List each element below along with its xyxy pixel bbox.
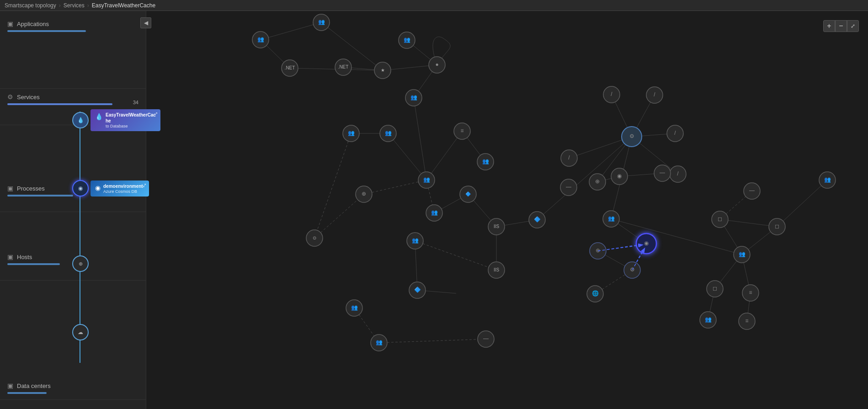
svg-line-8 — [414, 98, 426, 180]
topo-node-n37[interactable]: 🌐 — [587, 286, 603, 302]
zoom-in-button[interactable]: + — [823, 20, 835, 32]
svg-text:IIS: IIS — [494, 267, 500, 272]
topo-node-n39[interactable]: ◻ — [707, 281, 723, 297]
topo-node-n46[interactable]: ≡ — [739, 313, 755, 329]
cosmos-circle[interactable]: ◉ — [72, 180, 89, 197]
topo-node-n24[interactable]: 👥 — [346, 300, 362, 316]
cosmos-card[interactable]: ◉ demoenvironment- Azure Cosmos DB ↗ — [91, 181, 149, 197]
breadcrumb-sep-2: › — [87, 2, 89, 9]
topo-node-n13[interactable]: ⊕ — [356, 186, 372, 202]
applications-title: Applications — [17, 21, 49, 27]
svg-text:🌐: 🌐 — [592, 290, 599, 297]
weather-cache-card[interactable]: 💧 EasyTravelWeatherCache to Database ↗ — [91, 109, 160, 131]
zoom-out-button[interactable]: − — [835, 20, 847, 32]
applications-icon: ▣ — [7, 20, 13, 27]
svg-text:—: — — [566, 184, 571, 190]
hosts-bar — [7, 263, 60, 265]
topo-node-n40[interactable]: ≡ — [742, 285, 759, 301]
svg-text:◉: ◉ — [644, 240, 649, 246]
svg-text:👥: 👥 — [318, 18, 325, 25]
weather-cache-circle[interactable]: 💧 — [72, 112, 89, 128]
breadcrumb-services[interactable]: Services — [64, 2, 85, 9]
cosmos-subtitle: Azure Cosmos DB — [103, 189, 144, 194]
topo-node-n5[interactable]: .NET — [335, 59, 351, 75]
svg-text:—: — — [483, 335, 489, 342]
topo-node-n18[interactable]: 👥 — [407, 233, 423, 249]
svg-text:👥: 👥 — [824, 176, 831, 183]
svg-text:👥: 👥 — [410, 94, 417, 101]
sidebar-section-applications: ▣ Applications — [0, 11, 146, 89]
topo-node-n17[interactable]: 🔷 — [460, 186, 476, 202]
topo-node-n11[interactable]: 👥 — [380, 125, 396, 142]
topo-node-n1[interactable]: 👥 — [252, 32, 269, 48]
node3-circle[interactable]: ⊕ — [72, 255, 89, 272]
svg-text:👥: 👥 — [348, 129, 355, 136]
topo-node-n28[interactable]: / — [603, 86, 620, 103]
processes-icon: ▣ — [7, 185, 13, 192]
topo-node-n19[interactable]: IIS — [488, 218, 505, 235]
topo-node-n34[interactable]: — — [560, 179, 577, 196]
topo-node-n10[interactable]: 👥 — [418, 172, 435, 188]
topo-node-n6[interactable]: ★ — [374, 62, 391, 79]
topo-node-n42[interactable]: ◻ — [712, 211, 728, 228]
topo-node-n31[interactable]: / — [670, 166, 686, 182]
breadcrumb-current: EasyTravelWeatherCache — [92, 2, 155, 9]
cosmos-title: demoenvironment- — [103, 183, 144, 189]
zoom-fit-button[interactable]: ⤢ — [847, 20, 859, 32]
processes-title: Processes — [17, 185, 45, 192]
topo-node-n3[interactable]: 👥 — [399, 32, 415, 48]
topo-node-n25[interactable]: 👥 — [371, 335, 387, 351]
topo-node-n45[interactable]: 👥 — [700, 312, 716, 328]
svg-text:IIS: IIS — [494, 224, 500, 229]
topo-node-n30[interactable]: / — [667, 125, 683, 142]
topo-node-n2[interactable]: 👥 — [313, 14, 330, 31]
breadcrumb-smartscape[interactable]: Smartscape topology — [5, 2, 56, 9]
topo-node-hub2[interactable]: ⊕ — [589, 174, 606, 190]
service-node-cosmos[interactable]: ◉ ◉ demoenvironment- Azure Cosmos DB ↗ — [72, 180, 147, 197]
weather-cache-title: EasyTravelWeatherCache — [106, 112, 156, 124]
svg-text:👥: 👥 — [739, 250, 746, 257]
topo-node-n14[interactable]: 👥 — [477, 154, 494, 170]
topo-node-hub1[interactable]: ⚙ — [622, 127, 642, 147]
topo-node-n4[interactable]: .NET — [282, 60, 298, 76]
topo-node-n9[interactable]: ≡ — [454, 123, 470, 139]
services-title: Services — [17, 94, 40, 101]
topo-node-n16[interactable]: 👥 — [426, 205, 442, 221]
node4-circle[interactable]: ☁ — [72, 324, 89, 340]
topo-node-n33[interactable]: 👥 — [603, 211, 619, 227]
service-node-4[interactable]: ☁ — [72, 324, 89, 340]
topo-node-n32[interactable]: — — [654, 165, 671, 181]
svg-text:⊕: ⊕ — [595, 178, 600, 185]
topo-node-n43[interactable]: — — [744, 183, 760, 199]
topo-node-selected[interactable]: ◉ — [636, 234, 656, 254]
topo-node-hub3[interactable]: ◉ — [611, 168, 628, 185]
topo-node-n26[interactable]: — — [478, 331, 494, 347]
topo-node-n20[interactable]: 🔷 — [529, 212, 545, 228]
svg-text:≡: ≡ — [460, 127, 463, 134]
topo-node-n27[interactable]: / — [561, 150, 577, 166]
svg-text:👥: 👥 — [404, 36, 410, 43]
sidebar-collapse-button[interactable]: ◀ — [140, 17, 151, 28]
svg-text:—: — — [660, 170, 665, 176]
topo-node-n15[interactable]: ⊙ — [306, 230, 323, 246]
topo-node-n21[interactable]: IIS — [488, 262, 505, 278]
svg-line-21 — [415, 241, 496, 270]
topo-node-n41[interactable]: ◻ — [769, 218, 785, 235]
svg-text:.NET: .NET — [285, 65, 295, 70]
topo-node-n8[interactable]: 👥 — [405, 90, 422, 106]
svg-line-11 — [388, 133, 426, 180]
topo-node-n44[interactable]: 👥 — [819, 172, 836, 188]
topo-node-n29[interactable]: / — [646, 87, 663, 103]
svg-line-25 — [379, 339, 486, 343]
topo-node-n38[interactable]: 👥 — [734, 246, 750, 263]
svg-text:🔷: 🔷 — [465, 191, 471, 197]
service-node-weather-cache[interactable]: 💧 💧 EasyTravelWeatherCache to Database ↗ — [72, 109, 159, 131]
topo-node-n12[interactable]: 👥 — [343, 125, 359, 142]
topology-svg: .topo-node { cursor: pointer; } .topo-ci… — [146, 11, 868, 409]
svg-text:≡: ≡ — [745, 318, 748, 324]
topo-node-n22[interactable]: 🔷 — [409, 282, 426, 298]
service-node-3[interactable]: ⊕ — [72, 255, 89, 272]
topo-node-n7[interactable]: ● — [429, 57, 445, 73]
weather-cache-subtitle: to Database — [106, 124, 156, 128]
zoom-controls: + − ⤢ — [823, 20, 859, 32]
